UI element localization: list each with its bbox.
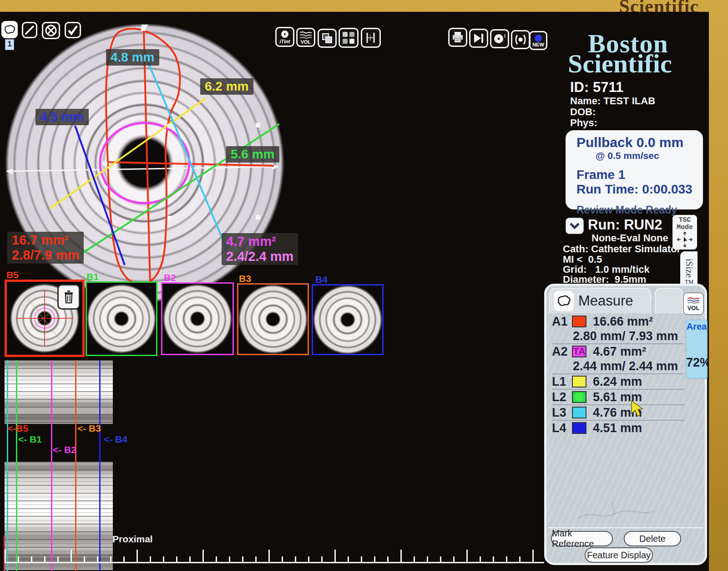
record-icon (514, 34, 527, 45)
play-to-end-button[interactable] (469, 29, 488, 48)
white-diameter-line[interactable] (7, 167, 278, 171)
patient-phys: Phys: (570, 117, 597, 129)
ruler-tick (480, 556, 481, 562)
ruler-tick (216, 556, 217, 562)
a1-color-swatch (572, 316, 586, 327)
bookmark-label-b4: B4 (315, 274, 328, 285)
bookmark-thumbnail-b3[interactable] (237, 283, 309, 355)
ruler-tick (427, 556, 428, 562)
waveform-icon (299, 31, 312, 40)
bookmark-label-b5: B5 (6, 270, 19, 280)
ild-bookmark-line-b3[interactable] (75, 360, 76, 571)
ruler-tick (255, 556, 257, 562)
tab-measure[interactable]: Measure (549, 288, 651, 313)
frame-number: Frame 1 (576, 168, 703, 182)
ruler-tick (348, 556, 349, 562)
bookmark-thumbnail-b5[interactable] (5, 280, 85, 357)
itint-button[interactable]: iTint (275, 27, 294, 47)
printer-icon (451, 31, 464, 43)
measure-panel: Measure VOL A1 16.66 mm² 2.80 mm/ 7.93 m… (544, 284, 707, 565)
l2-label[interactable]: 5.6 mm (226, 146, 279, 163)
l4-label[interactable]: 4.5 mm (35, 109, 89, 125)
confirm-button[interactable] (65, 22, 81, 38)
tsc-line2: Mode (677, 224, 693, 231)
ruler-tick (414, 556, 415, 562)
ild-bookmark-line-b2[interactable] (51, 360, 52, 571)
ruler-tick (334, 550, 336, 562)
ruler-tick (189, 556, 191, 562)
new-caption: NEW (532, 42, 544, 47)
mark-reference-button[interactable]: Mark Reference (551, 531, 613, 546)
print-button[interactable] (448, 28, 467, 47)
ruler-tick (400, 550, 402, 562)
a1-area-value: 16.7 mm² (12, 233, 79, 248)
mouse-cursor (631, 400, 645, 417)
ild-strip-upper[interactable] (5, 360, 113, 424)
bookmark-label-b2: B2 (164, 272, 176, 283)
l3-color-swatch (572, 407, 586, 418)
area-percent-indicator[interactable]: Area 72% (686, 320, 708, 379)
ruler-tick (321, 556, 323, 562)
measure-tab-label: Measure (578, 293, 633, 309)
bookmark-thumbnail-b4[interactable] (312, 284, 384, 355)
delete-measure-button[interactable] (42, 22, 60, 39)
layers-icon (321, 32, 333, 44)
tsc-line1: TSC (678, 216, 691, 224)
ild-cursor-line[interactable] (7, 360, 8, 571)
ruler-tick (282, 556, 283, 562)
ruler-tick (202, 550, 204, 562)
feature-display-button[interactable]: Feature Display (585, 547, 653, 563)
layout-layers-button[interactable] (318, 29, 337, 48)
line-tool-button[interactable] (22, 22, 37, 38)
screen: 4.8 mm 6.2 mm 4.5 mm 5.6 mm 16.7 mm² 2.8… (0, 12, 709, 571)
review-mode-status: Review Mode Ready (576, 204, 703, 216)
circle-x-icon (44, 24, 58, 37)
bookmark-thumbnail-b1[interactable] (86, 281, 157, 356)
vol-view-button[interactable]: VOL (296, 28, 315, 47)
layout-grid-button[interactable] (339, 28, 359, 48)
bookmark-label-b1: B1 (86, 271, 99, 282)
patient-id: ID: 5711 (570, 79, 623, 96)
row-id: A1 (552, 315, 572, 329)
bookmark-thumbnail-b2[interactable] (161, 282, 234, 355)
ruler-tick (57, 556, 59, 562)
vol-panel-button[interactable]: VOL (683, 292, 704, 315)
ruler-tick (31, 556, 32, 562)
record-button[interactable] (511, 30, 530, 49)
l3-label[interactable]: 4.8 mm (106, 49, 159, 66)
archive-disc-button[interactable] (490, 29, 509, 48)
line-icon (24, 25, 35, 36)
caliper-button[interactable] (361, 28, 381, 48)
patient-name: Name: TEST ILAB (570, 95, 655, 107)
ruler-tick (308, 556, 309, 562)
tsc-mode-button[interactable]: TSC Mode (672, 215, 697, 250)
delete-bookmark-button[interactable] (57, 284, 80, 310)
new-item-button[interactable]: NEW (529, 31, 547, 50)
thumbnail-rings-b3 (238, 285, 308, 354)
measure-row-l1: L1 6.24 mm (552, 373, 684, 389)
ild-marker-b2: <- B2 (53, 444, 76, 455)
ruler-tick (466, 550, 468, 562)
ild-bookmark-line-b1[interactable] (16, 360, 17, 571)
a1-measurement-label[interactable]: 16.7 mm² 2.8/7.9 mm (7, 232, 84, 264)
trace-blob-icon (3, 24, 16, 36)
a1-diameter-line-vertical[interactable] (144, 30, 150, 285)
a2-measurement-label[interactable]: 4.7 mm² 2.4/2.4 mm (222, 233, 298, 265)
delete-button[interactable]: Delete (624, 531, 681, 546)
ild-bookmark-line-b4[interactable] (99, 360, 101, 571)
row-id: L4 (552, 421, 572, 435)
run-eval: None-Eval None (592, 232, 668, 244)
ruler-tick (506, 556, 507, 562)
area-label: Area (686, 321, 707, 332)
l1-label[interactable]: 6.2 mm (200, 78, 253, 95)
tab-blank[interactable] (655, 288, 683, 313)
panel-watermark (574, 500, 656, 523)
measure-row-l3: L3 4.76 mm (552, 404, 684, 420)
trace-tool-button[interactable] (1, 21, 18, 38)
logo-line2: Scientific (568, 54, 672, 74)
play-next-icon (473, 33, 485, 44)
pullback-ruler (5, 548, 544, 563)
ild-marker-b1: <- B1 (18, 434, 42, 445)
run-select-dropdown[interactable] (566, 218, 584, 234)
measurement-overlay (0, 12, 318, 317)
